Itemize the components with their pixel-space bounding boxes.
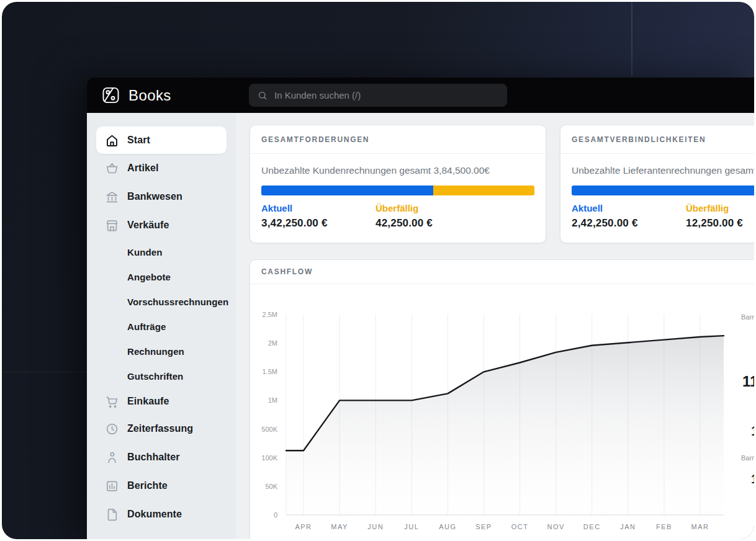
sidebar: StartArtikelBankwesenVerkäufeKundenAngeb… [87,113,236,539]
sidebar-item-vorschussrechnungen[interactable]: Vorschussrechnungen [87,289,236,314]
content: StartArtikelBankwesenVerkäufeKundenAngeb… [87,113,754,539]
svg-text:1M: 1M [268,396,277,404]
main-content: GESAMTFORDERUNGEN Unbezahlte Kundenrechn… [236,113,754,539]
cashflow-side-panel: Barm 11 1 Barm 1 [735,260,754,539]
sidebar-item-berichte[interactable]: Berichte [87,472,236,500]
current-value: 3,42,250.00 € [261,217,376,230]
receivables-progress-bar [261,186,534,195]
svg-text:MAR: MAR [691,523,709,530]
payables-progress-bar [572,186,754,195]
cashflow-header: CASHFLOW [250,260,754,284]
payables-card: GESAMTVERBINDLICHKEITEN Unbezahlte Liefe… [560,125,754,243]
cashflow-chart-svg: 050K100K500K1M1.5M2M2.5MAPRMAYJUNJULAUGS… [250,284,754,539]
sidebar-item-label: Bankwesen [127,191,182,202]
sidebar-item-label: Verkäufe [127,220,169,231]
sidebar-item-artikel[interactable]: Artikel [87,154,236,182]
svg-text:FEB: FEB [656,523,672,530]
person-icon [105,450,119,465]
side-value-1: 11 [742,373,754,390]
clock-icon [105,422,119,436]
side-label-2: Barm [741,454,754,462]
svg-text:APR: APR [295,523,312,530]
payables-bar-current [572,186,754,195]
app-title: Books [128,87,171,104]
decor-horizontal-line [2,372,87,372]
svg-text:AUG: AUG [439,523,456,530]
sidebar-item-zeiterfassung[interactable]: Zeiterfassung [87,414,236,443]
document-icon [105,507,119,522]
payables-current: Aktuell 2,42,250.00 € [572,203,686,230]
sidebar-item-verk-ufe[interactable]: Verkäufe [87,211,236,239]
svg-text:2M: 2M [268,339,277,347]
cart-icon [105,395,119,409]
svg-text:SEP: SEP [475,523,492,530]
side-label-1: Barm [741,313,754,321]
svg-text:0: 0 [274,511,277,519]
sidebar-item-kunden[interactable]: Kunden [87,239,236,264]
payables-header: GESAMTVERBINDLICHKEITEN [560,125,754,154]
sidebar-item-label: Gutschriften [127,371,183,382]
sidebar-item-label: Start [127,135,150,146]
home-icon [105,133,119,148]
cashflow-title: CASHFLOW [261,267,313,276]
svg-text:DEC: DEC [583,523,601,530]
basket-icon [105,161,119,176]
current-label: Aktuell [261,203,376,213]
payables-overdue: Überfällig 12,250.00 € [686,203,754,230]
sidebar-item-angebote[interactable]: Angebote [87,264,236,289]
decor-vertical-line [631,2,632,76]
overdue-label: Überfällig [376,203,490,213]
sidebar-item-buchhalter[interactable]: Buchhalter [87,443,236,472]
svg-text:2.5M: 2.5M [263,311,277,318]
side-value-2: 1 [751,423,754,439]
svg-text:JAN: JAN [620,523,636,530]
svg-text:100K: 100K [261,454,277,462]
sidebar-item-label: Rechnungen [127,346,184,357]
sidebar-item-auftr-ge[interactable]: Aufträge [87,314,236,339]
receivables-title: GESAMTFORDERUNGEN [261,135,369,144]
current-value: 2,42,250.00 € [572,217,686,230]
sidebar-item-label: Vorschussrechnungen [127,297,228,307]
receivables-current: Aktuell 3,42,250.00 € [261,203,376,230]
svg-text:JUN: JUN [367,523,384,530]
search-input[interactable]: In Kunden suchen (/) [249,84,507,107]
svg-text:MAY: MAY [331,523,348,530]
svg-text:1.5M: 1.5M [263,368,277,375]
books-logo-icon [101,86,120,105]
sidebar-item-label: Zeiterfassung [127,423,193,434]
overdue-value: 42,250.00 € [376,217,490,230]
side-value-3: 1 [751,472,754,486]
app-window: Books In Kunden suchen (/) StartArtikelB… [87,78,754,539]
search-icon [257,90,268,101]
bank-icon [105,190,119,204]
sidebar-item-einkaufe[interactable]: Einkaufe [87,388,236,414]
receivables-overdue: Überfällig 42,250.00 € [376,203,490,230]
sidebar-item-dokumente[interactable]: Dokumente [87,500,236,529]
receivables-header: GESAMTFORDERUNGEN [250,125,546,154]
svg-text:NOV: NOV [547,523,564,530]
sidebar-item-bankwesen[interactable]: Bankwesen [87,182,236,211]
svg-text:50K: 50K [265,483,277,490]
svg-text:500K: 500K [261,426,277,433]
receivables-bar-current [261,186,433,195]
sidebar-item-rechnungen[interactable]: Rechnungen [87,339,236,364]
sidebar-item-label: Angebote [127,272,171,282]
store-icon [105,218,119,233]
cashflow-card: CASHFLOW 050K100K500K1M1.5M2M2.5MAPRMAYJ… [250,259,754,539]
sidebar-item-label: Dokumente [127,509,182,520]
search-placeholder: In Kunden suchen (/) [274,90,361,101]
sidebar-item-label: Berichte [127,480,168,491]
overdue-label: Überfällig [686,203,754,213]
receivables-card: GESAMTFORDERUNGEN Unbezahlte Kundenrechn… [250,125,546,243]
receivables-bar-overdue [433,186,534,195]
sidebar-item-start[interactable]: Start [96,127,227,154]
sidebar-item-label: Aufträge [127,321,166,332]
sidebar-item-label: Artikel [127,163,159,174]
brand: Books [101,78,171,113]
payables-summary: Unbezahlte Lieferantenrechnungen gesamt [572,164,754,176]
sidebar-item-gutschriften[interactable]: Gutschriften [87,364,236,388]
current-label: Aktuell [572,203,686,213]
receivables-summary: Unbezahlte Kundenrechnungen gesamt 3,84,… [261,164,534,176]
sidebar-item-label: Kunden [127,247,162,257]
payables-title: GESAMTVERBINDLICHKEITEN [572,135,706,144]
